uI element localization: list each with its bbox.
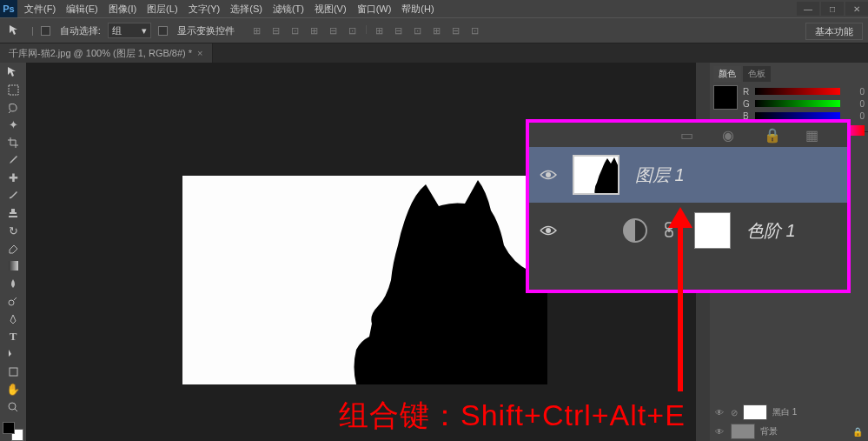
layer-row[interactable]: 👁 背景 🔒 bbox=[710, 422, 868, 441]
distribute-icon[interactable]: ⊟ bbox=[392, 23, 406, 37]
align-icon[interactable]: ⊡ bbox=[288, 23, 302, 37]
eyedropper-tool[interactable] bbox=[2, 152, 24, 168]
align-icons: ⊞ ⊟ ⊡ ⊞ ⊟ ⊡ | ⊞ ⊟ ⊡ ⊞ ⊟ ⊡ bbox=[250, 23, 482, 37]
wand-tool[interactable]: ✦ bbox=[2, 117, 24, 133]
tab-swatches[interactable]: 色板 bbox=[743, 66, 771, 82]
align-icon[interactable]: ⊞ bbox=[308, 23, 321, 37]
menu-help[interactable]: 帮助(H) bbox=[398, 1, 437, 17]
svg-rect-1 bbox=[9, 261, 18, 271]
history-brush-tool[interactable]: ↻ bbox=[2, 223, 24, 238]
pen-tool[interactable] bbox=[2, 311, 24, 327]
menubar: Ps 文件(F) 编辑(E) 图像(I) 图层(L) 文字(Y) 选择(S) 滤… bbox=[0, 0, 868, 17]
crop-tool[interactable] bbox=[2, 135, 24, 150]
layer-thumbnail[interactable] bbox=[573, 155, 620, 195]
close-tab-icon[interactable]: × bbox=[197, 48, 202, 58]
eye-icon[interactable]: ◉ bbox=[722, 127, 738, 143]
tab-color[interactable]: 颜色 bbox=[713, 66, 741, 82]
layer-row[interactable]: 👁 ⊘ 黑白 1 bbox=[710, 403, 868, 422]
color-swatches[interactable] bbox=[3, 422, 23, 441]
lock-icon: 🔒 bbox=[852, 427, 863, 437]
fill-icon[interactable]: ▦ bbox=[805, 127, 821, 143]
eraser-tool[interactable] bbox=[2, 241, 24, 257]
zoom-tool[interactable] bbox=[2, 399, 24, 415]
menu-image[interactable]: 图像(I) bbox=[105, 1, 140, 17]
layers-panel-partial: 👁 ⊘ 黑白 1 👁 背景 🔒 bbox=[710, 403, 868, 441]
layer-mask-thumbnail[interactable] bbox=[694, 212, 731, 249]
workspace-button[interactable]: 基本功能 bbox=[805, 23, 863, 40]
b-slider[interactable] bbox=[755, 112, 840, 119]
filter-icon[interactable]: ▭ bbox=[680, 127, 696, 143]
auto-select-checkbox[interactable] bbox=[41, 26, 50, 36]
move-tool[interactable] bbox=[2, 64, 24, 80]
align-icon[interactable]: ⊟ bbox=[269, 23, 283, 37]
annotation-layers-panel: ▭ ◉ 🔒 ▦ 图层 1 色阶 1 bbox=[526, 119, 851, 293]
visibility-icon[interactable]: 👁 bbox=[715, 408, 726, 418]
layer-name: 色阶 1 bbox=[746, 219, 796, 243]
svg-point-4 bbox=[9, 403, 16, 410]
healing-tool[interactable]: ✚ bbox=[2, 170, 24, 186]
menu-filter[interactable]: 滤镜(T) bbox=[269, 1, 308, 17]
visibility-icon[interactable] bbox=[540, 222, 557, 239]
show-controls-checkbox[interactable] bbox=[158, 26, 168, 36]
svg-rect-0 bbox=[9, 85, 18, 95]
auto-select-dropdown[interactable]: 组▾ bbox=[108, 23, 151, 38]
svg-rect-3 bbox=[10, 368, 17, 376]
hand-tool[interactable]: ✋ bbox=[2, 382, 24, 398]
auto-select-label: 自动选择: bbox=[60, 24, 101, 37]
type-tool[interactable]: T bbox=[2, 329, 24, 344]
lock-icon[interactable]: 🔒 bbox=[764, 127, 779, 143]
g-slider[interactable] bbox=[755, 100, 840, 107]
document-canvas[interactable] bbox=[182, 176, 547, 384]
g-value[interactable]: 0 bbox=[844, 99, 865, 109]
svg-point-2 bbox=[9, 300, 14, 305]
options-bar: | 自动选择: 组▾ 显示变换控件 ⊞ ⊟ ⊡ ⊞ ⊟ ⊡ | ⊞ ⊟ ⊡ ⊞ … bbox=[0, 17, 868, 43]
r-label: R bbox=[743, 87, 752, 97]
g-label: G bbox=[743, 99, 752, 109]
menu-type[interactable]: 文字(Y) bbox=[185, 1, 224, 17]
r-value[interactable]: 0 bbox=[844, 87, 865, 97]
stamp-tool[interactable] bbox=[2, 205, 24, 221]
marquee-tool[interactable] bbox=[2, 82, 24, 97]
close-button[interactable]: ✕ bbox=[845, 2, 868, 16]
distribute-icon[interactable]: ⊟ bbox=[449, 23, 463, 37]
annotation-layer-row-selected[interactable]: 图层 1 bbox=[529, 147, 847, 203]
maximize-button[interactable]: □ bbox=[821, 2, 844, 16]
align-icon[interactable]: ⊟ bbox=[327, 23, 341, 37]
color-preview[interactable] bbox=[713, 85, 738, 110]
layer-name: 背景 bbox=[760, 425, 778, 438]
menu-layer[interactable]: 图层(L) bbox=[143, 1, 181, 17]
lasso-tool[interactable] bbox=[2, 100, 24, 116]
layer-thumb bbox=[743, 404, 767, 420]
gradient-tool[interactable] bbox=[2, 258, 24, 274]
distribute-icon[interactable]: ⊞ bbox=[430, 23, 444, 37]
distribute-icon[interactable]: ⊡ bbox=[468, 23, 482, 37]
visibility-icon[interactable] bbox=[540, 166, 557, 184]
link-icon[interactable]: ⊘ bbox=[731, 408, 738, 418]
r-slider[interactable] bbox=[755, 88, 840, 95]
distribute-icon[interactable]: ⊡ bbox=[411, 23, 425, 37]
adjustment-icon bbox=[623, 218, 647, 243]
menu-view[interactable]: 视图(V) bbox=[311, 1, 350, 17]
align-icon[interactable]: ⊞ bbox=[250, 23, 264, 37]
menu-edit[interactable]: 编辑(E) bbox=[63, 1, 102, 17]
annotation-text: 组合键：Shift+Ctrl+Alt+E bbox=[339, 396, 686, 436]
toolbox: ✦ ✚ ↻ T ✋ bbox=[0, 63, 26, 441]
menu-window[interactable]: 窗口(W) bbox=[354, 1, 395, 17]
align-icon[interactable]: ⊡ bbox=[346, 23, 360, 37]
blur-tool[interactable] bbox=[2, 276, 24, 291]
document-tab[interactable]: 千库网-猫2.jpg @ 100% (图层 1, RGB/8#) * × bbox=[0, 43, 213, 63]
layer-thumb bbox=[731, 424, 755, 439]
minimize-button[interactable]: — bbox=[797, 2, 819, 16]
dodge-tool[interactable] bbox=[2, 293, 24, 309]
visibility-icon[interactable]: 👁 bbox=[715, 427, 726, 437]
svg-point-6 bbox=[546, 172, 551, 177]
distribute-icon[interactable]: ⊞ bbox=[373, 23, 387, 37]
shape-tool[interactable] bbox=[2, 364, 24, 379]
menu-file[interactable]: 文件(F) bbox=[21, 1, 59, 17]
document-tab-title: 千库网-猫2.jpg @ 100% (图层 1, RGB/8#) * bbox=[9, 47, 192, 60]
foreground-color-swatch[interactable] bbox=[3, 422, 15, 434]
move-tool-indicator bbox=[5, 21, 24, 40]
menu-select[interactable]: 选择(S) bbox=[227, 1, 266, 17]
path-tool[interactable] bbox=[2, 346, 24, 362]
brush-tool[interactable] bbox=[2, 188, 24, 204]
